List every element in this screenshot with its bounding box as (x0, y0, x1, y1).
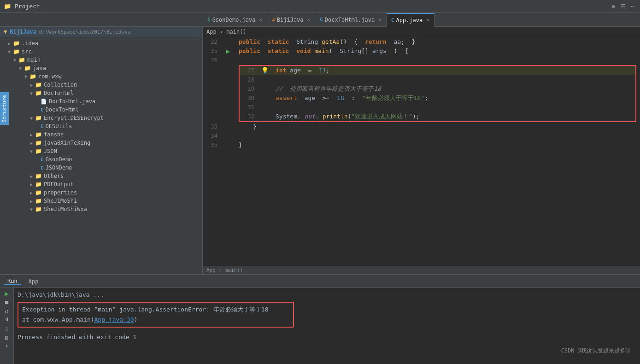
code-line-35: 35 } (203, 141, 640, 150)
sidebar-item-json[interactable]: ▼ 📁 JSON (0, 147, 202, 155)
bulb-icon[interactable]: 💡 (261, 66, 269, 75)
file-icon-docxtohtml: C (41, 107, 44, 113)
tab-gsondemo-close[interactable]: × (259, 17, 263, 23)
run-success-line: Process finished with exit code 1 (18, 332, 636, 342)
line-num-31: 31 (240, 103, 258, 112)
error-link[interactable]: App.java:30 (94, 316, 134, 323)
sidebar-item-doctohtml[interactable]: ▼ 📁 DocToHtml (0, 89, 202, 97)
folder-icon-others: 📁 (35, 173, 42, 179)
arrow-main: ▼ (11, 58, 18, 63)
label-main: main (27, 57, 41, 63)
layout-icon[interactable]: ☰ (619, 2, 628, 11)
arrow-src: ▼ (6, 49, 13, 54)
label-encrypt: Encrypt.DESEncrypt (44, 115, 104, 121)
line-content-34 (235, 131, 640, 141)
code-line-26: 26 (203, 56, 640, 65)
sidebar-item-doctohtml-java[interactable]: 📄 DocToHtml.java (0, 97, 202, 106)
folder-icon-doctohtml: 📁 (35, 90, 42, 96)
code-line-28: 28 (240, 75, 635, 84)
file-icon-jsondemo: C (41, 165, 44, 171)
project-path: D:\WorkSpace\idea2017\BijiJava (39, 29, 131, 35)
tab-icon-m: m (272, 17, 275, 23)
sidebar-item-src[interactable]: ▼ 📁 src (0, 47, 202, 56)
folder-icon-comwxw: 📁 (29, 73, 36, 80)
tab-docxtohtml-close[interactable]: × (378, 17, 382, 23)
red-box-editor: 27 💡 int age = 11; 28 29 // 使用断言检查年龄是否大于… (239, 65, 636, 122)
sidebar-item-desutils[interactable]: C DESUtils (0, 122, 202, 130)
top-bar: 📁 Project ⚙ ☰ ⋯ (0, 0, 640, 13)
sidebar-item-comwxw[interactable]: ▼ 📁 com.wxw (0, 72, 202, 81)
tab-bijijava-close[interactable]: × (307, 17, 311, 23)
run-scroll-button[interactable]: ↕ (5, 343, 8, 349)
sidebar-item-java8[interactable]: ▶ 📁 java8XinTeXing (0, 139, 202, 147)
folder-icon-shejimoshi: 📁 (35, 198, 42, 204)
line-content-29: // 使用断言检查年龄是否大于等于18 (272, 84, 635, 94)
tab-gsondemo[interactable]: G GsonDemo.java × (203, 13, 267, 27)
more-icon[interactable]: ⋯ (629, 2, 636, 11)
label-fanshe: fanshe (44, 131, 64, 138)
line-num-30: 30 (240, 94, 258, 103)
sidebar-tree: ▶ 📁 .idea ▼ 📁 src ▼ 📁 main ▼ 📁 java (0, 37, 202, 215)
arrow-properties: ▶ (28, 190, 35, 195)
arrow-json: ▼ (28, 149, 35, 154)
error-line2-prefix: at com.wxw.App.main( (22, 316, 94, 323)
sidebar-item-others[interactable]: ▶ 📁 Others (0, 172, 202, 180)
folder-icon-properties: 📁 (35, 189, 42, 196)
file-icon-desutils: C (41, 123, 44, 129)
sidebar-item-jsondemo[interactable]: C JSONDemo (0, 164, 202, 172)
code-line-25: 25 ▶ public static void main( String[] a… (203, 47, 640, 56)
success-text: Process finished with exit code 1 (18, 334, 136, 341)
line-num-35: 35 (203, 141, 221, 150)
label-jsondemo: JSONDemo (46, 164, 72, 171)
sidebar-item-idea[interactable]: ▶ 📁 .idea (0, 39, 202, 47)
run-stop-button[interactable]: ■ (5, 299, 8, 305)
run-text-area: D:\java\jdk\bin\java ... Exception in th… (14, 288, 640, 364)
arrow-fanshe: ▶ (28, 132, 35, 137)
sidebar-item-docxtohtml[interactable]: C DocxToHtml (0, 106, 202, 114)
editor-content[interactable]: 22 public static String getAa() { return… (203, 37, 640, 266)
tab-app-close[interactable]: × (426, 17, 429, 23)
sidebar-item-pdfoutput[interactable]: ▶ 📁 PDFOutput (0, 180, 202, 188)
error-box: Exception in thread “main” java.lang.Ass… (18, 302, 294, 328)
line-content-35: } (235, 141, 640, 150)
run-gutter-25[interactable]: ▶ (226, 47, 230, 56)
run-clear-button[interactable]: 🗑 (4, 335, 9, 341)
sidebar-item-collection[interactable]: ▶ 📁 Collection (0, 81, 202, 89)
sidebar-item-java[interactable]: ▼ 📁 java (0, 64, 202, 72)
run-pause-button[interactable]: ⏸ (4, 317, 9, 323)
line-gutter-34 (221, 131, 235, 141)
run-rerun-button[interactable]: ↺ (5, 307, 8, 315)
arrow-others: ▶ (28, 174, 35, 179)
sidebar-item-shejimoshi[interactable]: ▶ 📁 SheJiMoShi (0, 197, 202, 205)
run-play-button[interactable]: ▶ (5, 290, 8, 297)
label-docxtohtml-file: DocxToHtml (46, 106, 79, 113)
arrow-collection: ▶ (28, 82, 35, 88)
tab-bijijava[interactable]: m BijiJava × (267, 13, 315, 27)
sidebar-item-encrypt[interactable]: ▼ 📁 Encrypt.DESEncrypt (0, 114, 202, 122)
tab-run[interactable]: Run (4, 278, 21, 285)
run-step-button[interactable]: ⇩ (5, 324, 9, 333)
arrow-java: ▼ (17, 66, 24, 71)
code-line-27: 27 💡 int age = 11; (240, 66, 635, 75)
file-icon-gsondemo: C (41, 157, 44, 163)
editor-area: App › main() 22 public static String get… (203, 27, 640, 274)
folder-icon-shejimoshiwxw: 📁 (35, 206, 42, 212)
watermark-text: CSDN @我这头发越来越多呀 (561, 347, 631, 354)
code-line-22: 22 public static String getAa() { return… (203, 37, 640, 47)
settings-icon[interactable]: ⚙ (610, 2, 617, 11)
tab-app-run[interactable]: App (25, 278, 42, 285)
sidebar-item-shejimoshiwxw[interactable]: ▼ 📁 SheJiMoShiWxw (0, 205, 202, 213)
tab-bijijava-label: BijiJava (277, 17, 304, 23)
sidebar-item-fanshe[interactable]: ▶ 📁 fanshe (0, 130, 202, 139)
tab-docxtohtml[interactable]: C DocxToHtml.java × (315, 13, 387, 27)
run-line-cmd: D:\java\jdk\bin\java ... (18, 290, 636, 300)
arrow-comwxw: ▼ (22, 74, 29, 79)
line-num-27: 27 (240, 66, 258, 75)
label-properties: properties (44, 189, 77, 196)
structure-tab[interactable]: Structure (0, 92, 9, 125)
sidebar-item-properties[interactable]: ▶ 📁 properties (0, 188, 202, 197)
tab-app[interactable]: C App.java × (387, 13, 434, 27)
line-num-34: 34 (203, 131, 221, 141)
sidebar-item-main[interactable]: ▼ 📁 main (0, 56, 202, 64)
sidebar-item-gsondemo[interactable]: C GsonDemo (0, 155, 202, 164)
